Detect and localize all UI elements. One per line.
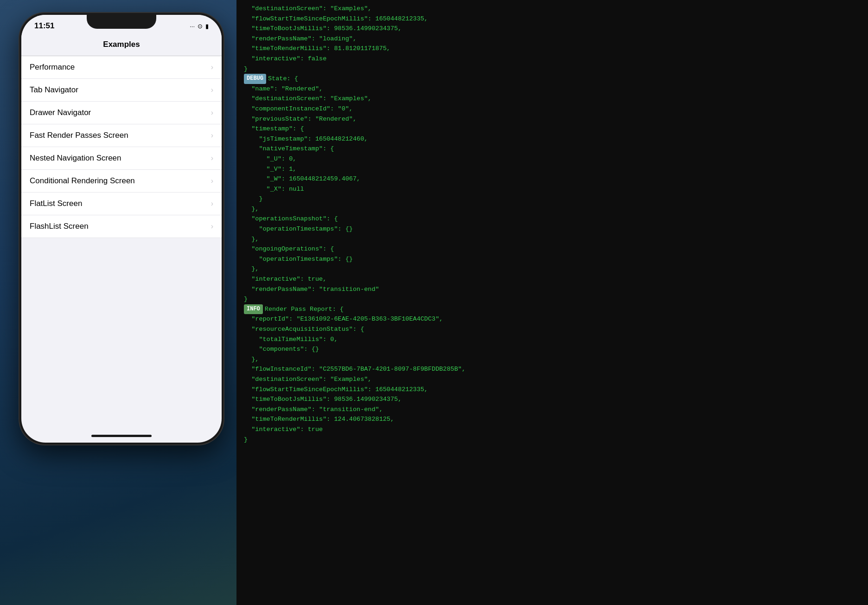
wifi-icon: ⊙	[198, 23, 203, 30]
menu-item-label-nested-navigation: Nested Navigation Screen	[30, 154, 121, 163]
debug-code-line: "renderPassName": "transition-end",	[244, 405, 861, 415]
menu-item-label-conditional-rendering: Conditional Rendering Screen	[30, 176, 135, 186]
debug-code-line: "renderPassName": "loading",	[244, 34, 861, 44]
debug-code-line: "flowInstanceId": "C2557BD6-7BA7-4201-80…	[244, 364, 861, 374]
debug-code-line: "timeToBootJsMillis": 98536.14990234375,	[244, 24, 861, 34]
debug-code-line: "destinationScreen": "Examples",	[244, 94, 861, 104]
menu-item-tab-navigator[interactable]: Tab Navigator ›	[21, 79, 222, 102]
chevron-icon-nested-navigation: ›	[211, 154, 213, 162]
debug-code-line: }	[244, 64, 861, 74]
badge-line-text: State: {	[268, 74, 298, 84]
debug-code-line: "_V": 1,	[244, 164, 861, 174]
debug-code-line: "operationsSnapshot": {	[244, 214, 861, 224]
chevron-icon-flatlist: ›	[211, 200, 213, 208]
menu-item-conditional-rendering[interactable]: Conditional Rendering Screen ›	[21, 170, 222, 193]
debug-code-line: "timeToRenderMillis": 81.81201171875,	[244, 44, 861, 54]
phone-frame: 11:51 ··· ⊙ ▮ Examples Performance › Tab…	[19, 13, 223, 444]
debug-code-line: },	[244, 234, 861, 245]
menu-list: Performance › Tab Navigator › Drawer Nav…	[21, 56, 222, 238]
debug-code-line: "flowStartTimeSinceEpochMillis": 1650448…	[244, 14, 861, 24]
menu-item-label-drawer-navigator: Drawer Navigator	[30, 108, 91, 117]
chevron-icon-conditional-rendering: ›	[211, 177, 213, 185]
debug-code-line: "previousState": "Rendered",	[244, 114, 861, 124]
debug-code-line: },	[244, 264, 861, 274]
debug-code-line: "renderPassName": "transition-end"	[244, 284, 861, 295]
debug-console: "destinationScreen": "Examples", "flowSt…	[236, 0, 868, 605]
debug-code-line: "jsTimestamp": 1650448212460,	[244, 134, 861, 144]
menu-item-label-performance: Performance	[30, 63, 75, 72]
debug-code-line: "ongoingOperations": {	[244, 244, 861, 254]
menu-item-fast-render[interactable]: Fast Render Passes Screen ›	[21, 124, 222, 147]
debug-code-line: "nativeTimestamp": {	[244, 144, 861, 154]
debug-code-line: "flowStartTimeSinceEpochMillis": 1650448…	[244, 385, 861, 395]
nav-title: Examples	[103, 40, 140, 49]
debug-code-line: }	[244, 435, 861, 445]
phone-notch	[87, 15, 156, 29]
menu-item-nested-navigation[interactable]: Nested Navigation Screen ›	[21, 147, 222, 170]
battery-icon: ▮	[205, 23, 209, 30]
chevron-icon-fast-render: ›	[211, 131, 213, 140]
menu-footer	[21, 238, 222, 322]
debug-code-line: "interactive": true	[244, 425, 861, 435]
menu-item-flatlist[interactable]: FlatList Screen ›	[21, 193, 222, 215]
debug-code-line: "timeToBootJsMillis": 98536.14990234375,	[244, 394, 861, 405]
info-badge: INFO	[244, 304, 263, 314]
debug-code-line: "destinationScreen": "Examples",	[244, 4, 861, 14]
home-indicator	[91, 435, 152, 437]
debug-code-line: "resourceAcquisitionStatus": {	[244, 324, 861, 335]
debug-code-line: },	[244, 354, 861, 365]
debug-code-line: "components": {}	[244, 344, 861, 354]
debug-code-line: "interactive": false	[244, 54, 861, 64]
menu-item-label-tab-navigator: Tab Navigator	[30, 85, 78, 95]
debug-code-line: "timeToRenderMillis": 124.40673828125,	[244, 414, 861, 425]
menu-item-label-fast-render: Fast Render Passes Screen	[30, 131, 128, 140]
debug-code-line: }	[244, 194, 861, 204]
debug-badge: DEBUG	[244, 74, 266, 84]
debug-code-line: "_X": null	[244, 184, 861, 194]
debug-code-line: "interactive": true,	[244, 274, 861, 284]
debug-code-line: "totalTimeMillis": 0,	[244, 335, 861, 345]
menu-item-label-flashlist: FlashList Screen	[30, 222, 89, 231]
debug-code-line: "_U": 0,	[244, 154, 861, 164]
debug-code-line: "_W": 1650448212459.4067,	[244, 174, 861, 184]
chevron-icon-drawer-navigator: ›	[211, 109, 213, 117]
signal-icon: ···	[190, 23, 195, 30]
status-time: 11:51	[34, 21, 54, 31]
debug-code-line: "name": "Rendered",	[244, 84, 861, 94]
debug-code-line: "operationTimestamps": {}	[244, 254, 861, 264]
chevron-icon-flashlist: ›	[211, 222, 213, 231]
menu-item-drawer-navigator[interactable]: Drawer Navigator ›	[21, 102, 222, 124]
badge-line-text: Render Pass Report: {	[265, 304, 344, 315]
status-icons: ··· ⊙ ▮	[190, 23, 209, 30]
phone-screen: 11:51 ··· ⊙ ▮ Examples Performance › Tab…	[21, 15, 222, 443]
chevron-icon-tab-navigator: ›	[211, 86, 213, 94]
debug-code-line: },	[244, 204, 861, 214]
debug-badge-line-info: INFO Render Pass Report: {	[244, 304, 861, 315]
menu-item-flashlist[interactable]: FlashList Screen ›	[21, 215, 222, 238]
debug-code-line: "reportId": "E1361092-6EAE-4205-B363-3BF…	[244, 314, 861, 324]
debug-code-line: }	[244, 294, 861, 304]
debug-code-line: "operationTimestamps": {}	[244, 224, 861, 234]
menu-item-performance[interactable]: Performance ›	[21, 56, 222, 79]
debug-code-line: "timestamp": {	[244, 124, 861, 134]
debug-badge-line-debug: DEBUG State: {	[244, 74, 861, 84]
chevron-icon-performance: ›	[211, 63, 213, 71]
menu-item-label-flatlist: FlatList Screen	[30, 199, 82, 208]
debug-code-line: "destinationScreen": "Examples",	[244, 374, 861, 385]
nav-header: Examples	[21, 34, 222, 56]
debug-code-line: "componentInstanceId": "0",	[244, 104, 861, 114]
